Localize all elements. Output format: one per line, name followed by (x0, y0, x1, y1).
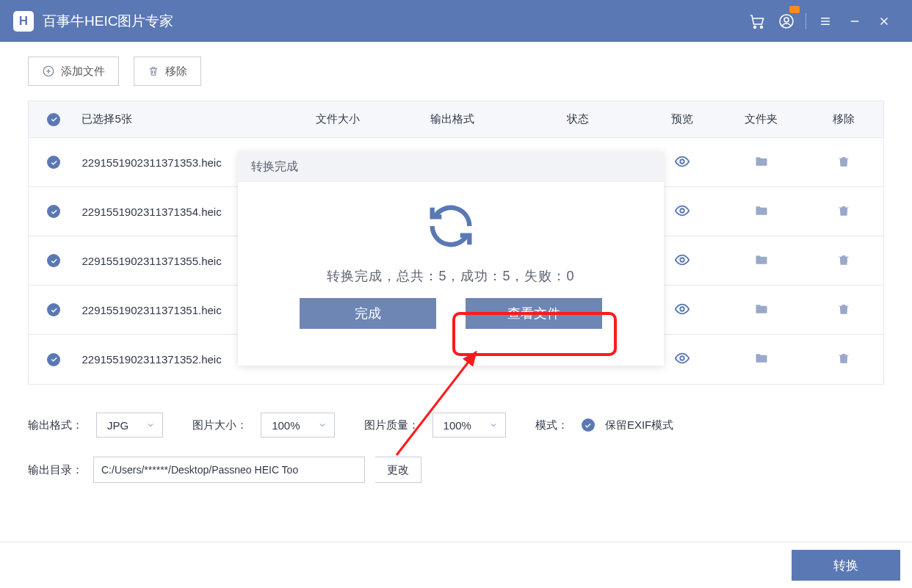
folder-icon[interactable] (754, 154, 769, 169)
conversion-complete-dialog: 转换完成 转换完成，总共：5，成功：5，失败：0 完成 查看文件 (238, 151, 664, 366)
img-size-label: 图片大小： (192, 418, 247, 432)
user-icon[interactable] (772, 0, 801, 42)
mode-label: 模式： (535, 418, 568, 432)
col-status: 状态 (510, 112, 646, 126)
add-files-label: 添加文件 (61, 65, 105, 79)
app-title: 百事牛HEIC图片专家 (43, 12, 742, 31)
app-logo: H (13, 11, 34, 32)
select-all-checkbox[interactable] (47, 113, 60, 126)
img-quality-value: 100% (444, 419, 471, 432)
add-files-button[interactable]: 添加文件 (28, 57, 119, 86)
remove-button[interactable]: 移除 (134, 57, 201, 86)
chevron-down-icon (489, 421, 498, 429)
img-quality-select[interactable]: 100% (433, 413, 506, 438)
delete-icon[interactable] (837, 351, 850, 366)
svg-point-8 (680, 307, 684, 311)
preview-icon[interactable] (674, 252, 690, 268)
exif-checkbox[interactable] (582, 418, 595, 432)
exif-label: 保留EXIF模式 (605, 418, 673, 432)
output-dir-input[interactable] (93, 457, 365, 483)
options-row: 输出格式： JPG 图片大小： 100% 图片质量： 100% 模式： 保留EX… (28, 413, 884, 438)
col-remove: 移除 (804, 112, 883, 126)
col-format: 输出格式 (395, 112, 510, 126)
minimize-icon[interactable] (840, 0, 869, 42)
svg-point-7 (680, 258, 684, 262)
out-format-label: 输出格式： (28, 418, 83, 432)
plus-circle-icon (42, 65, 55, 78)
toolbar: 添加文件 移除 (0, 42, 912, 86)
svg-point-1 (761, 26, 763, 28)
out-format-select[interactable]: JPG (96, 413, 163, 438)
menu-icon[interactable] (811, 0, 840, 42)
row-checkbox[interactable] (47, 156, 60, 169)
svg-point-0 (754, 26, 756, 28)
separator (806, 13, 806, 29)
delete-icon[interactable] (837, 154, 850, 169)
img-size-select[interactable]: 100% (261, 413, 334, 438)
col-selected: 已选择5张 (79, 112, 280, 126)
col-folder: 文件夹 (718, 112, 804, 126)
svg-point-9 (680, 356, 684, 360)
row-checkbox[interactable] (47, 303, 60, 316)
col-size: 文件大小 (280, 112, 395, 126)
folder-icon[interactable] (754, 302, 769, 316)
svg-point-5 (680, 159, 684, 164)
row-checkbox[interactable] (47, 254, 60, 267)
dialog-summary: 转换完成，总共：5，成功：5，失败：0 (327, 267, 574, 285)
badge-icon (789, 6, 800, 13)
convert-button[interactable]: 转换 (792, 550, 900, 581)
preview-icon[interactable] (674, 301, 690, 317)
svg-point-3 (784, 18, 789, 22)
col-preview: 预览 (646, 112, 718, 126)
preview-icon[interactable] (674, 153, 690, 170)
img-size-value: 100% (272, 419, 300, 432)
chevron-down-icon (318, 421, 327, 429)
img-quality-label: 图片质量： (364, 418, 419, 432)
row-checkbox[interactable] (47, 205, 60, 218)
table-header: 已选择5张 文件大小 输出格式 状态 预览 文件夹 移除 (29, 101, 883, 138)
delete-icon[interactable] (837, 253, 850, 267)
refresh-icon (423, 198, 479, 254)
output-dir-row: 输出目录： 更改 (28, 457, 884, 483)
out-format-value: JPG (107, 419, 129, 432)
dialog-done-button[interactable]: 完成 (300, 298, 436, 329)
close-icon[interactable] (869, 0, 899, 42)
delete-icon[interactable] (837, 203, 850, 218)
preview-icon[interactable] (674, 350, 690, 366)
dialog-view-files-button[interactable]: 查看文件 (466, 298, 602, 329)
cart-icon[interactable] (742, 0, 772, 42)
output-dir-label: 输出目录： (28, 463, 83, 477)
change-dir-button[interactable]: 更改 (375, 457, 421, 483)
svg-point-6 (680, 208, 684, 213)
preview-icon[interactable] (674, 203, 690, 219)
chevron-down-icon (146, 421, 155, 429)
trash-icon (148, 65, 159, 78)
dialog-title: 转换完成 (238, 151, 664, 182)
folder-icon[interactable] (754, 203, 769, 218)
footer-separator (0, 542, 912, 542)
delete-icon[interactable] (837, 302, 850, 316)
folder-icon[interactable] (754, 351, 769, 366)
title-bar: H 百事牛HEIC图片专家 (0, 0, 912, 42)
folder-icon[interactable] (754, 253, 769, 267)
row-checkbox[interactable] (47, 353, 60, 366)
remove-label: 移除 (165, 65, 187, 79)
